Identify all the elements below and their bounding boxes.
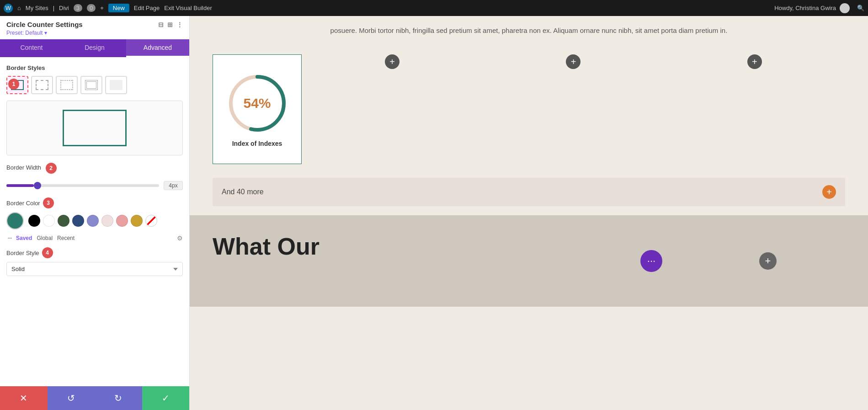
border-style-double[interactable] xyxy=(80,76,102,94)
border-width-slider-row: 4px xyxy=(6,181,183,190)
circle-counter-card: 54% Index of Indexes xyxy=(213,54,302,164)
step4-badge: 4 xyxy=(42,247,53,258)
border-style-label: Border Style xyxy=(6,250,39,256)
border-preview-box xyxy=(6,101,183,155)
what-our-section: What Our ··· + xyxy=(190,215,868,307)
my-sites-link[interactable]: My Sites xyxy=(26,5,48,11)
exit-builder-link[interactable]: Exit Visual Builder xyxy=(164,5,212,11)
add-counter-btn-2[interactable]: + xyxy=(566,54,580,69)
home-icon[interactable]: ⌂ xyxy=(17,5,21,11)
more-bar: And 40 more + xyxy=(213,178,845,206)
more-options-icon[interactable]: ⋮ xyxy=(176,21,183,28)
color-tab-recent[interactable]: Recent xyxy=(57,235,75,241)
columns-icon[interactable]: ⊞ xyxy=(167,21,173,28)
border-preview-rect xyxy=(63,110,127,146)
double-preview xyxy=(85,80,98,90)
color-tab-saved[interactable]: Saved xyxy=(16,235,32,241)
purple-dots-button[interactable]: ··· xyxy=(640,250,662,272)
border-style-options xyxy=(6,76,183,94)
border-style-dashed[interactable] xyxy=(31,76,53,94)
dotted-preview xyxy=(60,80,73,90)
color-section-row xyxy=(6,212,183,229)
redo-button[interactable]: ↻ xyxy=(95,386,142,410)
panel-header: Circle Counter Settings ⊟ ⊞ ⋮ Preset: De… xyxy=(0,16,189,39)
circle-percent: 54% xyxy=(243,96,271,111)
what-our-title: What Our xyxy=(213,234,845,260)
placeholder-slots: + + + xyxy=(302,54,845,69)
new-button[interactable]: New xyxy=(108,4,129,12)
panel-content: Border Styles xyxy=(0,57,189,386)
border-color-label-row: Border Color 3 xyxy=(6,197,183,208)
avatar xyxy=(840,3,850,13)
divi-link[interactable]: Divi xyxy=(59,5,69,11)
border-width-slider[interactable] xyxy=(6,184,159,187)
wordpress-icon[interactable]: W xyxy=(4,4,13,13)
save-button[interactable]: ✓ xyxy=(142,386,190,410)
preset-value[interactable]: Default ▾ xyxy=(25,30,47,36)
panel-title-text: Circle Counter Settings xyxy=(6,21,83,28)
topbar-left: W ⌂ My Sites | Divi 3 0 + New Edit Page … xyxy=(4,4,212,13)
redo-icon: ↻ xyxy=(114,393,122,404)
color-more-dots[interactable]: ··· xyxy=(7,233,11,243)
color-active-swatch[interactable] xyxy=(6,212,24,229)
counter-card-wrapper: 54% Index of Indexes xyxy=(213,54,302,164)
edit-page-link[interactable]: Edit Page xyxy=(134,5,160,11)
sep2: + xyxy=(100,5,104,11)
color-tabs: ··· Saved Global Recent ⚙ xyxy=(7,233,183,243)
counter-label: Index of Indexes xyxy=(232,140,282,147)
messages-badge: 0 xyxy=(87,4,96,12)
border-style-label-row: Border Style 4 xyxy=(6,247,183,258)
color-tab-global[interactable]: Global xyxy=(37,235,53,241)
border-width-row: Border Width 2 xyxy=(6,163,183,174)
color-settings-icon[interactable]: ⚙ xyxy=(177,234,183,242)
swatch-none[interactable] xyxy=(145,215,157,227)
none-preview xyxy=(110,80,122,90)
preset-row: Preset: Default ▾ xyxy=(6,30,183,36)
dashed-preview xyxy=(36,80,48,90)
swatch-darkblue[interactable] xyxy=(72,215,84,227)
cancel-button[interactable]: ✕ xyxy=(0,386,48,410)
undo-button[interactable]: ↺ xyxy=(48,386,95,410)
tab-design[interactable]: Design xyxy=(63,39,126,57)
gray-add-button[interactable]: + xyxy=(759,252,777,270)
panel-title-row: Circle Counter Settings ⊟ ⊞ ⋮ xyxy=(6,21,183,28)
topbar-right: Howdy, Christina Gwira 🔍 xyxy=(774,3,864,13)
border-style-none[interactable] xyxy=(105,76,127,94)
panel-tabs: Content Design Advanced xyxy=(0,39,189,57)
settings-panel: Circle Counter Settings ⊟ ⊞ ⋮ Preset: De… xyxy=(0,16,190,410)
swatch-lavender[interactable] xyxy=(87,215,99,227)
slider-thumb[interactable] xyxy=(34,182,41,189)
comments-badge: 3 xyxy=(74,4,82,12)
counters-row: 54% Index of Indexes + + + xyxy=(190,50,868,178)
topbar: W ⌂ My Sites | Divi 3 0 + New Edit Page … xyxy=(0,0,868,16)
border-color-label: Border Color xyxy=(6,200,40,207)
sep1: | xyxy=(53,5,54,11)
slider-value[interactable]: 4px xyxy=(164,181,183,190)
swatch-lightpink[interactable] xyxy=(101,215,113,227)
more-bar-text: And 40 more xyxy=(222,188,264,196)
add-counter-btn-1[interactable]: + xyxy=(385,54,399,69)
minimize-icon[interactable]: ⊟ xyxy=(158,21,164,28)
swatch-gold[interactable] xyxy=(131,215,143,227)
circle-chart: 54% xyxy=(225,71,289,135)
add-counter-btn-3[interactable]: + xyxy=(747,54,762,69)
add-more-button[interactable]: + xyxy=(822,185,836,199)
border-style-dotted[interactable] xyxy=(56,76,78,94)
panel-title-icons: ⊟ ⊞ ⋮ xyxy=(158,21,183,28)
swatch-darkgreen[interactable] xyxy=(58,215,69,227)
main-content-area: posuere. Morbi tortor nibh, fringilla se… xyxy=(190,16,868,410)
border-style-select[interactable]: Solid Dashed Dotted Double None xyxy=(6,262,183,276)
border-styles-label: Border Styles xyxy=(6,64,183,71)
step3-badge: 3 xyxy=(43,197,54,208)
undo-icon: ↺ xyxy=(67,393,75,404)
tab-content[interactable]: Content xyxy=(0,39,63,57)
swatch-white[interactable] xyxy=(43,215,55,227)
cancel-icon: ✕ xyxy=(20,393,27,404)
user-label: Howdy, Christina Gwira xyxy=(774,5,836,11)
swatch-pink[interactable] xyxy=(116,215,128,227)
swatch-black[interactable] xyxy=(28,215,40,227)
save-icon: ✓ xyxy=(162,393,170,404)
tab-advanced[interactable]: Advanced xyxy=(126,39,189,57)
search-icon[interactable]: 🔍 xyxy=(857,5,864,11)
body-text: posuere. Morbi tortor nibh, fringilla se… xyxy=(217,25,841,36)
